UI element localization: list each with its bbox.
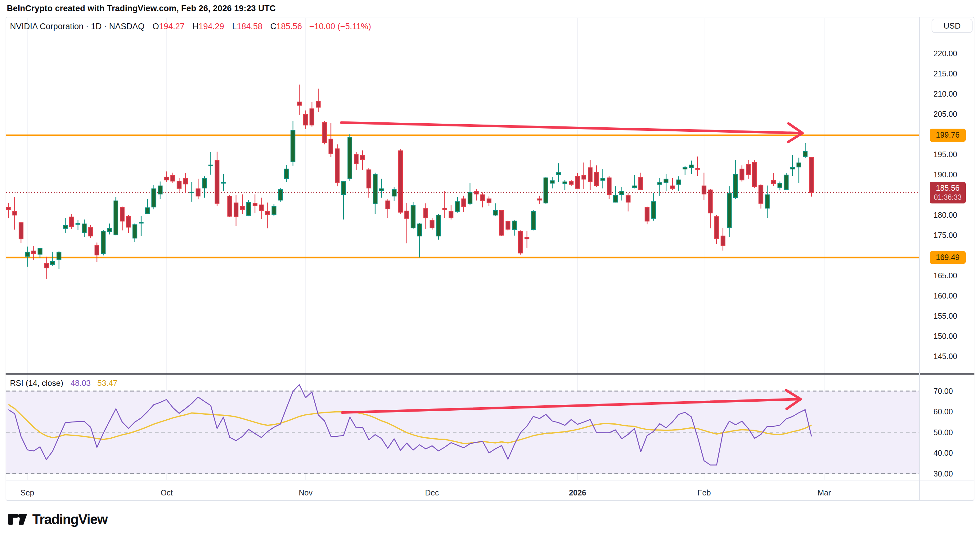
candle-body bbox=[689, 165, 693, 168]
candle-body bbox=[146, 208, 150, 214]
candle-body bbox=[278, 190, 282, 200]
time-tick-label-2026: 2026 bbox=[569, 488, 586, 497]
candle-body bbox=[101, 231, 105, 254]
candle-body bbox=[765, 195, 769, 208]
candle-body bbox=[531, 212, 535, 230]
candle-body bbox=[791, 168, 794, 169]
price-tick-label: 155.00 bbox=[934, 311, 974, 321]
candle-body bbox=[342, 181, 346, 195]
candle-body bbox=[708, 190, 712, 213]
price-tick-label: 190.00 bbox=[934, 170, 974, 179]
symbol-legend: NVIDIA Corporation · 1D · NASDAQ O194.27… bbox=[10, 22, 371, 31]
candle-body bbox=[38, 249, 42, 254]
candle-body bbox=[519, 231, 523, 253]
candle-body bbox=[797, 163, 801, 167]
candle-body bbox=[443, 208, 447, 210]
candle-body bbox=[329, 139, 333, 154]
candle-body bbox=[727, 193, 732, 228]
candle-body bbox=[70, 217, 73, 227]
candle-body bbox=[240, 207, 244, 209]
candle-body bbox=[752, 163, 757, 187]
close-label: C bbox=[270, 22, 277, 31]
candle-body bbox=[316, 101, 320, 107]
candle-body bbox=[563, 182, 567, 184]
candle-body bbox=[417, 224, 422, 236]
candle-body bbox=[632, 186, 636, 188]
candle-body bbox=[183, 179, 188, 184]
candle-body bbox=[601, 178, 605, 180]
price-tick-label: 205.00 bbox=[934, 110, 974, 119]
candle-body bbox=[133, 225, 137, 238]
rsi-title: RSI (14, close) bbox=[10, 378, 63, 388]
tradingview-logo[interactable]: TradingView bbox=[8, 511, 107, 527]
candle-body bbox=[19, 223, 23, 239]
time-tick-label-mar: Mar bbox=[818, 488, 831, 497]
trend-arrow-shaft[interactable] bbox=[341, 123, 800, 133]
candle-body bbox=[405, 211, 409, 218]
candle-body bbox=[57, 252, 61, 259]
candle-body bbox=[544, 178, 548, 203]
candle-body bbox=[715, 217, 719, 238]
candle-body bbox=[323, 123, 326, 143]
candle-body bbox=[759, 185, 763, 203]
candle-body bbox=[550, 181, 554, 183]
candle-body bbox=[127, 216, 130, 227]
candle-body bbox=[152, 189, 156, 207]
candle-body bbox=[582, 176, 586, 179]
candle-body bbox=[367, 170, 371, 188]
candle-body bbox=[525, 237, 529, 239]
candle-body bbox=[423, 208, 428, 218]
candle-body bbox=[373, 174, 377, 204]
candle-body bbox=[253, 203, 257, 206]
candle-body bbox=[177, 181, 181, 188]
time-tick-label-feb: Feb bbox=[697, 488, 711, 497]
candle-body bbox=[677, 180, 681, 184]
candle-body bbox=[810, 158, 814, 193]
price-tick-label: 220.00 bbox=[934, 49, 974, 58]
candle-body bbox=[95, 245, 99, 255]
price-tick-label: 180.00 bbox=[934, 211, 974, 220]
candle-body bbox=[259, 205, 264, 211]
candle-body bbox=[13, 212, 17, 215]
candle-body bbox=[25, 252, 29, 256]
rsi-ma-value: 53.47 bbox=[97, 378, 118, 388]
price-tick-label: 165.00 bbox=[934, 271, 974, 280]
candle-body bbox=[63, 225, 67, 228]
chart-canvas[interactable] bbox=[0, 0, 980, 538]
candle-body bbox=[291, 130, 295, 161]
candle-body bbox=[380, 189, 383, 191]
rsi-legend: RSI (14, close) 48.03 53.47 bbox=[10, 378, 118, 388]
candle-body bbox=[139, 222, 143, 224]
last-price-value: 185.56 bbox=[930, 183, 966, 193]
rsi-tick-label: 50.00 bbox=[934, 428, 974, 437]
candle-body bbox=[247, 203, 251, 216]
candle-body bbox=[209, 165, 213, 166]
candle-body bbox=[310, 109, 314, 125]
close-value: 185.56 bbox=[277, 22, 302, 31]
candle-body bbox=[657, 183, 662, 184]
candle-body bbox=[468, 192, 472, 203]
candle-body bbox=[228, 196, 232, 216]
candle-body bbox=[721, 236, 725, 246]
candle-body bbox=[607, 178, 611, 195]
price-tick-label: 215.00 bbox=[934, 69, 974, 78]
candle-body bbox=[557, 173, 560, 175]
candle-body bbox=[297, 102, 301, 105]
candle-body bbox=[614, 195, 617, 202]
candle-body bbox=[588, 168, 592, 181]
candle-body bbox=[651, 201, 655, 218]
candle-body bbox=[234, 203, 238, 217]
candle-body bbox=[512, 221, 516, 230]
candle-body bbox=[285, 169, 289, 179]
currency-button[interactable]: USD bbox=[932, 19, 972, 33]
candle-body bbox=[304, 115, 307, 125]
candle-body bbox=[733, 174, 738, 198]
candle-body bbox=[354, 154, 358, 163]
countdown-timer: 01:36:33 bbox=[930, 193, 966, 202]
candle-body bbox=[595, 172, 598, 185]
time-tick-label-oct: Oct bbox=[161, 488, 173, 497]
candle-body bbox=[493, 211, 498, 215]
candle-body bbox=[398, 151, 402, 212]
low-label: L bbox=[232, 22, 237, 31]
price-tick-label: 160.00 bbox=[934, 291, 974, 300]
